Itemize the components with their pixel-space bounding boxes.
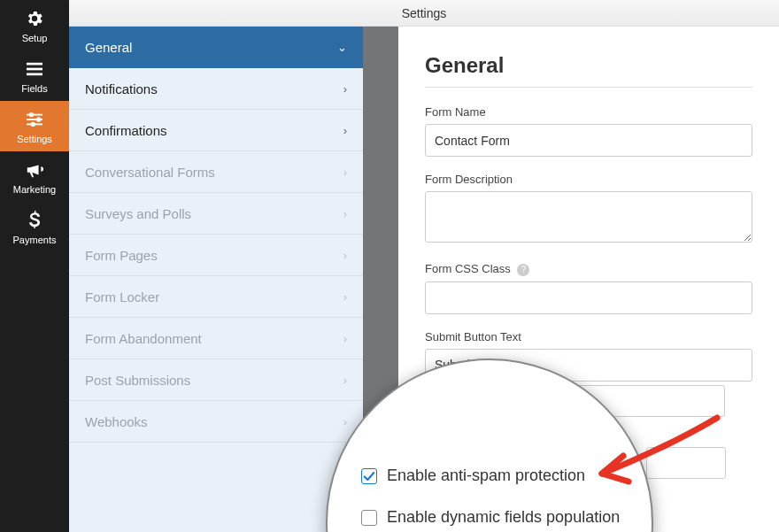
rail-item-payments[interactable]: Payments bbox=[0, 202, 69, 252]
svg-point-8 bbox=[31, 121, 35, 126]
rail-item-settings[interactable]: Settings bbox=[0, 101, 69, 151]
chevron-right-icon: › bbox=[343, 124, 347, 137]
field-form-description: Form Description bbox=[425, 173, 752, 246]
field-form-css-class: Form CSS Class ? bbox=[425, 262, 752, 314]
settings-nav-item-conversational-forms[interactable]: Conversational Forms › bbox=[69, 151, 363, 193]
panel-heading: General bbox=[425, 53, 752, 78]
settings-nav-item-confirmations[interactable]: Confirmations › bbox=[69, 110, 363, 151]
rail-label: Marketing bbox=[13, 184, 56, 195]
svg-rect-2 bbox=[27, 73, 42, 75]
bullhorn-icon bbox=[25, 159, 44, 181]
rail-label: Settings bbox=[17, 134, 52, 144]
app-rail: Setup Fields Settings Marketing Payments bbox=[0, 0, 69, 532]
chevron-right-icon: › bbox=[343, 249, 347, 262]
checkbox-icon bbox=[361, 510, 377, 526]
gear-icon bbox=[25, 8, 44, 29]
settings-nav-item-notifications[interactable]: Notifications › bbox=[69, 68, 363, 110]
checkbox-label-dynamic-fields: Enable dynamic fields population bbox=[387, 508, 620, 527]
chevron-right-icon: › bbox=[343, 207, 347, 220]
settings-nav-label: Form Pages bbox=[85, 248, 158, 263]
list-icon bbox=[25, 58, 44, 80]
settings-nav-item-general[interactable]: General ⌄ bbox=[69, 27, 363, 68]
chevron-right-icon: › bbox=[343, 166, 347, 179]
input-partial-box[interactable] bbox=[646, 447, 726, 479]
settings-nav-item-form-abandonment[interactable]: Form Abandonment › bbox=[69, 318, 363, 359]
chevron-right-icon: › bbox=[343, 332, 347, 345]
settings-nav-label: Webhooks bbox=[85, 414, 148, 429]
settings-nav-label: Conversational Forms bbox=[85, 165, 215, 180]
checkbox-row-anti-spam[interactable]: Enable anti-spam protection bbox=[361, 466, 585, 485]
svg-rect-1 bbox=[27, 67, 42, 70]
settings-nav-label: Surveys and Polls bbox=[85, 206, 191, 221]
chevron-right-icon: › bbox=[343, 374, 347, 387]
label-form-description: Form Description bbox=[425, 173, 752, 186]
textarea-form-description[interactable] bbox=[425, 191, 752, 243]
input-form-css-class[interactable] bbox=[425, 281, 752, 314]
settings-nav-item-form-locker[interactable]: Form Locker › bbox=[69, 276, 363, 318]
rail-label: Payments bbox=[13, 235, 57, 245]
chevron-right-icon: › bbox=[343, 415, 347, 428]
sliders-icon bbox=[25, 109, 44, 130]
topbar-title: Settings bbox=[402, 6, 447, 20]
settings-nav-item-webhooks[interactable]: Webhooks › bbox=[69, 401, 363, 443]
dollar-icon bbox=[28, 210, 41, 231]
settings-nav-label: Form Abandonment bbox=[85, 331, 202, 346]
checkbox-label-anti-spam: Enable anti-spam protection bbox=[387, 466, 585, 485]
label-form-name: Form Name bbox=[425, 105, 752, 119]
settings-nav-label: Notifications bbox=[85, 81, 158, 96]
settings-nav-label: Form Locker bbox=[85, 289, 159, 305]
settings-nav-item-post-submissions[interactable]: Post Submissions › bbox=[69, 359, 363, 401]
input-form-name[interactable] bbox=[425, 124, 752, 157]
rail-label: Fields bbox=[21, 83, 47, 94]
divider bbox=[425, 87, 752, 88]
settings-nav-item-surveys-polls[interactable]: Surveys and Polls › bbox=[69, 193, 363, 235]
chevron-down-icon: ⌄ bbox=[337, 41, 347, 54]
field-form-name: Form Name bbox=[425, 105, 752, 157]
svg-rect-0 bbox=[27, 62, 42, 65]
chevron-right-icon: › bbox=[343, 82, 347, 96]
rail-label: Setup bbox=[22, 33, 48, 43]
rail-item-fields[interactable]: Fields bbox=[0, 50, 69, 101]
svg-point-6 bbox=[36, 117, 41, 121]
rail-item-marketing[interactable]: Marketing bbox=[0, 151, 69, 202]
rail-item-setup[interactable]: Setup bbox=[0, 0, 69, 50]
label-submit-button-text: Submit Button Text bbox=[425, 330, 752, 343]
help-icon[interactable]: ? bbox=[517, 264, 529, 276]
settings-nav: General ⌄ Notifications › Confirmations … bbox=[69, 27, 363, 532]
svg-point-4 bbox=[29, 112, 34, 116]
checkbox-row-dynamic-fields[interactable]: Enable dynamic fields population bbox=[361, 508, 620, 527]
topbar: Settings bbox=[69, 0, 779, 27]
checkbox-icon bbox=[361, 468, 377, 484]
settings-nav-item-form-pages[interactable]: Form Pages › bbox=[69, 235, 363, 276]
settings-nav-label: Post Submissions bbox=[85, 373, 190, 388]
settings-nav-label: Confirmations bbox=[85, 123, 167, 138]
chevron-right-icon: › bbox=[343, 290, 347, 304]
settings-nav-label: General bbox=[85, 40, 132, 55]
label-form-css-class: Form CSS Class ? bbox=[425, 262, 752, 276]
